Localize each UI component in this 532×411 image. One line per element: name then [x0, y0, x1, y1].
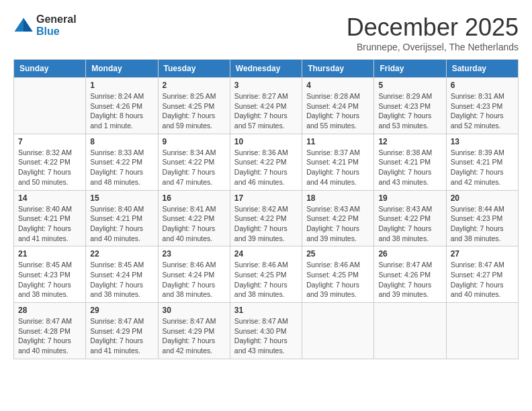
- calendar-cell: 7Sunrise: 8:32 AM Sunset: 4:22 PM Daylig…: [14, 134, 86, 190]
- day-number: 4: [306, 81, 369, 90]
- calendar-cell: 19Sunrise: 8:43 AM Sunset: 4:22 PM Dayli…: [374, 190, 446, 246]
- day-info: Sunrise: 8:46 AM Sunset: 4:25 PM Dayligh…: [306, 260, 369, 300]
- day-number: 13: [451, 137, 514, 146]
- header-row: SundayMondayTuesdayWednesdayThursdayFrid…: [14, 60, 519, 78]
- calendar-cell: 16Sunrise: 8:41 AM Sunset: 4:22 PM Dayli…: [158, 190, 230, 246]
- calendar-cell: [374, 303, 446, 359]
- day-info: Sunrise: 8:47 AM Sunset: 4:29 PM Dayligh…: [90, 316, 153, 356]
- calendar-cell: 13Sunrise: 8:39 AM Sunset: 4:21 PM Dayli…: [446, 134, 518, 190]
- day-number: 11: [306, 137, 369, 146]
- day-number: 31: [234, 306, 298, 315]
- day-info: Sunrise: 8:28 AM Sunset: 4:24 PM Dayligh…: [306, 91, 369, 131]
- day-info: Sunrise: 8:43 AM Sunset: 4:22 PM Dayligh…: [306, 204, 369, 244]
- day-number: 20: [451, 193, 514, 203]
- day-number: 3: [234, 81, 298, 90]
- day-info: Sunrise: 8:47 AM Sunset: 4:27 PM Dayligh…: [451, 260, 514, 300]
- calendar-cell: 6Sunrise: 8:31 AM Sunset: 4:23 PM Daylig…: [446, 78, 518, 134]
- title-block: December 2025 Brunnepe, Overijssel, The …: [347, 13, 519, 52]
- calendar-cell: 23Sunrise: 8:46 AM Sunset: 4:24 PM Dayli…: [158, 246, 230, 303]
- calendar-cell: 4Sunrise: 8:28 AM Sunset: 4:24 PM Daylig…: [302, 78, 374, 134]
- day-info: Sunrise: 8:38 AM Sunset: 4:21 PM Dayligh…: [378, 148, 441, 187]
- day-number: 28: [18, 306, 81, 315]
- day-info: Sunrise: 8:40 AM Sunset: 4:21 PM Dayligh…: [18, 204, 81, 244]
- day-info: Sunrise: 8:46 AM Sunset: 4:25 PM Dayligh…: [234, 260, 298, 300]
- calendar-cell: 21Sunrise: 8:45 AM Sunset: 4:23 PM Dayli…: [14, 246, 86, 303]
- day-number: 6: [451, 81, 514, 90]
- day-number: 23: [163, 249, 226, 259]
- day-info: Sunrise: 8:46 AM Sunset: 4:24 PM Dayligh…: [163, 260, 226, 300]
- day-number: 10: [234, 137, 298, 146]
- day-info: Sunrise: 8:37 AM Sunset: 4:21 PM Dayligh…: [306, 148, 369, 187]
- day-info: Sunrise: 8:41 AM Sunset: 4:22 PM Dayligh…: [163, 204, 226, 244]
- location-subtitle: Brunnepe, Overijssel, The Netherlands: [347, 42, 519, 52]
- calendar-cell: 15Sunrise: 8:40 AM Sunset: 4:21 PM Dayli…: [86, 190, 158, 246]
- day-number: 12: [378, 137, 441, 146]
- day-number: 9: [163, 137, 226, 146]
- day-number: 22: [90, 249, 153, 259]
- day-number: 2: [163, 81, 226, 90]
- day-info: Sunrise: 8:45 AM Sunset: 4:23 PM Dayligh…: [18, 260, 81, 300]
- calendar-cell: 22Sunrise: 8:45 AM Sunset: 4:24 PM Dayli…: [86, 246, 158, 303]
- day-info: Sunrise: 8:47 AM Sunset: 4:29 PM Dayligh…: [163, 316, 226, 356]
- calendar-cell: 14Sunrise: 8:40 AM Sunset: 4:21 PM Dayli…: [14, 190, 86, 246]
- calendar-cell: 28Sunrise: 8:47 AM Sunset: 4:28 PM Dayli…: [14, 303, 86, 359]
- day-number: 29: [90, 306, 153, 315]
- calendar-cell: 3Sunrise: 8:27 AM Sunset: 4:24 PM Daylig…: [230, 78, 302, 134]
- day-info: Sunrise: 8:43 AM Sunset: 4:22 PM Dayligh…: [378, 204, 441, 244]
- day-number: 25: [306, 249, 369, 259]
- calendar-table: SundayMondayTuesdayWednesdayThursdayFrid…: [13, 59, 519, 359]
- calendar-cell: 26Sunrise: 8:47 AM Sunset: 4:26 PM Dayli…: [374, 246, 446, 303]
- day-number: 21: [18, 249, 81, 259]
- calendar-cell: 11Sunrise: 8:37 AM Sunset: 4:21 PM Dayli…: [302, 134, 374, 190]
- header-cell-friday: Friday: [374, 60, 446, 78]
- calendar-week-4: 21Sunrise: 8:45 AM Sunset: 4:23 PM Dayli…: [14, 246, 519, 303]
- day-number: 17: [234, 193, 298, 203]
- day-info: Sunrise: 8:29 AM Sunset: 4:23 PM Dayligh…: [378, 91, 441, 131]
- day-info: Sunrise: 8:34 AM Sunset: 4:22 PM Dayligh…: [163, 148, 226, 187]
- calendar-header: SundayMondayTuesdayWednesdayThursdayFrid…: [14, 60, 519, 78]
- svg-marker-1: [24, 17, 33, 31]
- calendar-cell: 30Sunrise: 8:47 AM Sunset: 4:29 PM Dayli…: [158, 303, 230, 359]
- day-info: Sunrise: 8:45 AM Sunset: 4:24 PM Dayligh…: [90, 260, 153, 300]
- header-cell-thursday: Thursday: [302, 60, 374, 78]
- calendar-cell: [446, 303, 518, 359]
- logo-icon: [13, 15, 34, 36]
- day-number: 14: [18, 193, 81, 203]
- day-info: Sunrise: 8:24 AM Sunset: 4:26 PM Dayligh…: [90, 91, 153, 131]
- day-info: Sunrise: 8:27 AM Sunset: 4:24 PM Dayligh…: [234, 91, 298, 131]
- calendar-cell: 1Sunrise: 8:24 AM Sunset: 4:26 PM Daylig…: [86, 78, 158, 134]
- calendar-cell: 5Sunrise: 8:29 AM Sunset: 4:23 PM Daylig…: [374, 78, 446, 134]
- header-cell-saturday: Saturday: [446, 60, 518, 78]
- calendar-week-5: 28Sunrise: 8:47 AM Sunset: 4:28 PM Dayli…: [14, 303, 519, 359]
- calendar-cell: 27Sunrise: 8:47 AM Sunset: 4:27 PM Dayli…: [446, 246, 518, 303]
- day-number: 18: [306, 193, 369, 203]
- calendar-cell: 20Sunrise: 8:44 AM Sunset: 4:23 PM Dayli…: [446, 190, 518, 246]
- calendar-cell: 25Sunrise: 8:46 AM Sunset: 4:25 PM Dayli…: [302, 246, 374, 303]
- day-number: 16: [163, 193, 226, 203]
- day-info: Sunrise: 8:44 AM Sunset: 4:23 PM Dayligh…: [451, 204, 514, 244]
- day-number: 24: [234, 249, 298, 259]
- calendar-cell: 12Sunrise: 8:38 AM Sunset: 4:21 PM Dayli…: [374, 134, 446, 190]
- day-number: 26: [378, 249, 441, 259]
- logo: General Blue: [13, 13, 77, 37]
- calendar-cell: [14, 78, 86, 134]
- header-cell-monday: Monday: [86, 60, 158, 78]
- day-number: 5: [378, 81, 441, 90]
- day-info: Sunrise: 8:32 AM Sunset: 4:22 PM Dayligh…: [18, 148, 81, 187]
- day-number: 8: [90, 137, 153, 146]
- day-info: Sunrise: 8:40 AM Sunset: 4:21 PM Dayligh…: [90, 204, 153, 244]
- calendar-cell: 24Sunrise: 8:46 AM Sunset: 4:25 PM Dayli…: [230, 246, 302, 303]
- day-info: Sunrise: 8:39 AM Sunset: 4:21 PM Dayligh…: [451, 148, 514, 187]
- calendar-cell: 31Sunrise: 8:47 AM Sunset: 4:30 PM Dayli…: [230, 303, 302, 359]
- header-cell-sunday: Sunday: [14, 60, 86, 78]
- calendar-cell: 29Sunrise: 8:47 AM Sunset: 4:29 PM Dayli…: [86, 303, 158, 359]
- day-info: Sunrise: 8:42 AM Sunset: 4:22 PM Dayligh…: [234, 204, 298, 244]
- month-title: December 2025: [347, 13, 519, 42]
- header-cell-tuesday: Tuesday: [158, 60, 230, 78]
- calendar-week-1: 1Sunrise: 8:24 AM Sunset: 4:26 PM Daylig…: [14, 78, 519, 134]
- day-info: Sunrise: 8:47 AM Sunset: 4:30 PM Dayligh…: [234, 316, 298, 356]
- day-info: Sunrise: 8:33 AM Sunset: 4:22 PM Dayligh…: [90, 148, 153, 187]
- day-info: Sunrise: 8:36 AM Sunset: 4:22 PM Dayligh…: [234, 148, 298, 187]
- logo-general-text: General: [36, 13, 77, 26]
- day-info: Sunrise: 8:47 AM Sunset: 4:26 PM Dayligh…: [378, 260, 441, 300]
